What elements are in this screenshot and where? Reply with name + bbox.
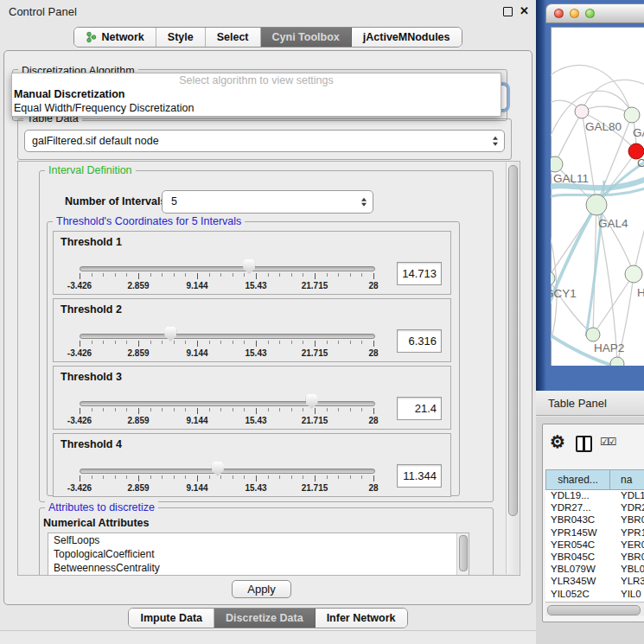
- slider-thumb[interactable]: [164, 327, 176, 341]
- slider-track[interactable]: [80, 334, 375, 339]
- attribute-item[interactable]: TopologicalCoefficient: [48, 547, 469, 561]
- control-panel-titlebar: Control Panel ✕: [0, 0, 536, 22]
- slider-tick-labels: -3.4262.8599.14415.4321.71528: [80, 281, 374, 291]
- table-data-combobox[interactable]: galFiltered.sif default node: [24, 130, 505, 152]
- vertical-scrollbar[interactable]: [506, 163, 519, 574]
- network-node[interactable]: [586, 194, 607, 215]
- combo-stepper-icon[interactable]: [493, 137, 498, 146]
- network-edge: [551, 65, 630, 110]
- threshold-label: Threshold 3: [61, 371, 122, 383]
- combo-stepper-icon[interactable]: [353, 197, 367, 207]
- interval-definition-title: Interval Definition: [45, 164, 136, 176]
- threshold-value-field[interactable]: [397, 397, 442, 420]
- table-header-row: shared... na: [545, 469, 644, 490]
- column-header-shared-name[interactable]: shared...: [545, 469, 610, 490]
- control-panel: Control Panel ✕ Network Style Select Cyn…: [0, 0, 536, 644]
- table-row[interactable]: YBR043C YBR0: [545, 514, 644, 526]
- network-icon: [86, 31, 97, 43]
- split-columns-icon[interactable]: [576, 436, 592, 452]
- table-row[interactable]: YER054C YER0: [545, 539, 644, 552]
- num-intervals-label: Number of Intervals: [65, 195, 166, 207]
- network-node[interactable]: [551, 156, 563, 172]
- dropdown-option-equal-width[interactable]: Equal Width/Frequency Discretization: [12, 101, 501, 115]
- table-row[interactable]: YDL19... YDL1: [545, 490, 644, 502]
- minimize-traffic-light-icon[interactable]: [570, 9, 579, 18]
- column-header-name[interactable]: na: [610, 469, 644, 490]
- network-window: GAL80GACGAL11GAL4GCY1HHAP2: [545, 3, 644, 391]
- thresholds-group-title: Threshold's Coordinates for 5 Intervals: [53, 215, 245, 227]
- dropdown-option-manual[interactable]: Manual Discretization: [12, 87, 501, 101]
- close-traffic-light-icon[interactable]: [554, 9, 564, 18]
- tab-discretize-data[interactable]: Discretize Data: [214, 609, 315, 628]
- network-edge: [634, 203, 644, 274]
- network-node[interactable]: [610, 357, 624, 366]
- network-node[interactable]: [586, 328, 600, 341]
- apply-button[interactable]: Apply: [232, 580, 291, 598]
- network-canvas[interactable]: GAL80GACGAL11GAL4GCY1HHAP2: [551, 27, 644, 366]
- select-columns-icon[interactable]: ☑☑: [600, 436, 615, 448]
- right-region: GAL80GACGAL11GAL4GCY1HHAP2 Table Panel ⚙…: [536, 0, 644, 644]
- tab-cyni-toolbox[interactable]: Cyni Toolbox: [260, 28, 351, 47]
- node-label: HAP2: [594, 341, 624, 354]
- table-row[interactable]: YLR345W YLR3: [545, 576, 644, 588]
- tab-select[interactable]: Select: [205, 28, 260, 47]
- table-row[interactable]: YPR145W YPR1: [545, 527, 644, 539]
- table-row[interactable]: YBL079W YBL0: [545, 564, 644, 576]
- network-window-titlebar[interactable]: [545, 3, 644, 23]
- slider-track[interactable]: [80, 401, 375, 406]
- zoom-traffic-light-icon[interactable]: [585, 9, 595, 18]
- top-tab-group: Network Style Select Cyni Toolbox jActiv…: [73, 27, 462, 48]
- vertical-scrollbar-thumb[interactable]: [508, 165, 518, 516]
- close-icon[interactable]: ✕: [520, 4, 529, 17]
- list-scrollbar[interactable]: [456, 533, 469, 576]
- slider-track[interactable]: [80, 266, 375, 271]
- footer-strip: [0, 630, 536, 644]
- desktop-background: GAL80GACGAL11GAL4GCY1HHAP2: [536, 0, 644, 391]
- threshold-panel: Threshold 3 -3.4262.8599.14415.4321.7152…: [53, 366, 451, 430]
- attribute-item[interactable]: BetweennessCentrality: [48, 561, 469, 575]
- dropdown-prompt: Select algorithm to view settings: [12, 73, 501, 87]
- slider-thumb[interactable]: [243, 259, 255, 274]
- network-node[interactable]: [575, 105, 589, 118]
- threshold-value-field[interactable]: [397, 464, 442, 488]
- slider-ticks: [80, 273, 374, 280]
- bottom-tab-group: Impute Data Discretize Data Infer Networ…: [128, 608, 407, 628]
- numerical-attributes-list[interactable]: SelfLoopsTopologicalCoefficientBetweenne…: [48, 532, 469, 576]
- slider-thumb[interactable]: [212, 462, 224, 476]
- threshold-value-field[interactable]: [397, 329, 442, 353]
- tab-network[interactable]: Network: [74, 28, 155, 47]
- slider-track[interactable]: [80, 469, 375, 474]
- panel-title: Control Panel: [9, 5, 77, 18]
- tab-impute-data[interactable]: Impute Data: [129, 609, 214, 628]
- table-row[interactable]: YBR045C YBR0: [545, 552, 644, 564]
- slider-thumb[interactable]: [306, 394, 318, 409]
- tab-jactivemnodules[interactable]: jActiveMNodules: [351, 28, 462, 47]
- network-node[interactable]: [624, 107, 640, 123]
- settings-gear-icon[interactable]: ⚙: [550, 431, 565, 452]
- table-row[interactable]: YIL052C YIL0: [545, 589, 644, 601]
- table-row[interactable]: YDR27... YDR2: [545, 502, 644, 514]
- horizontal-scrollbar[interactable]: [545, 602, 644, 616]
- table-panel: ⚙ ☑☑ shared... na YDL19... YDL1 YDR27...…: [536, 417, 644, 644]
- float-window-icon[interactable]: [503, 7, 513, 16]
- slider-tick-labels: -3.4262.8599.14415.4321.71528: [80, 348, 374, 359]
- tab-style[interactable]: Style: [156, 28, 205, 47]
- num-intervals-combobox[interactable]: 5: [162, 190, 373, 214]
- network-view[interactable]: GAL80GACGAL11GAL4GCY1HHAP2: [551, 27, 644, 366]
- thresholds-group: Threshold's Coordinates for 5 Intervals …: [47, 221, 460, 496]
- network-edge-highlighted: [551, 205, 596, 319]
- slider-ticks: [80, 341, 374, 348]
- threshold-value-field[interactable]: [397, 262, 442, 285]
- tab-infer-network[interactable]: Infer Network: [315, 609, 407, 628]
- attribute-item[interactable]: SelfLoops: [48, 533, 469, 547]
- network-node[interactable]: [625, 265, 642, 283]
- slider-ticks: [80, 408, 374, 415]
- threshold-panel: Threshold 1 -3.4262.8599.14415.4321.7152…: [53, 231, 451, 295]
- network-node[interactable]: [551, 271, 555, 285]
- table-panel-header: Table Panel: [536, 391, 644, 416]
- network-edge: [593, 274, 634, 335]
- bottom-tabbar: Impute Data Discretize Data Infer Networ…: [0, 608, 536, 628]
- horizontal-scrollbar-thumb[interactable]: [547, 605, 641, 615]
- table-data-value: galFiltered.sif default node: [25, 135, 159, 147]
- node-label: GCY1: [551, 287, 577, 300]
